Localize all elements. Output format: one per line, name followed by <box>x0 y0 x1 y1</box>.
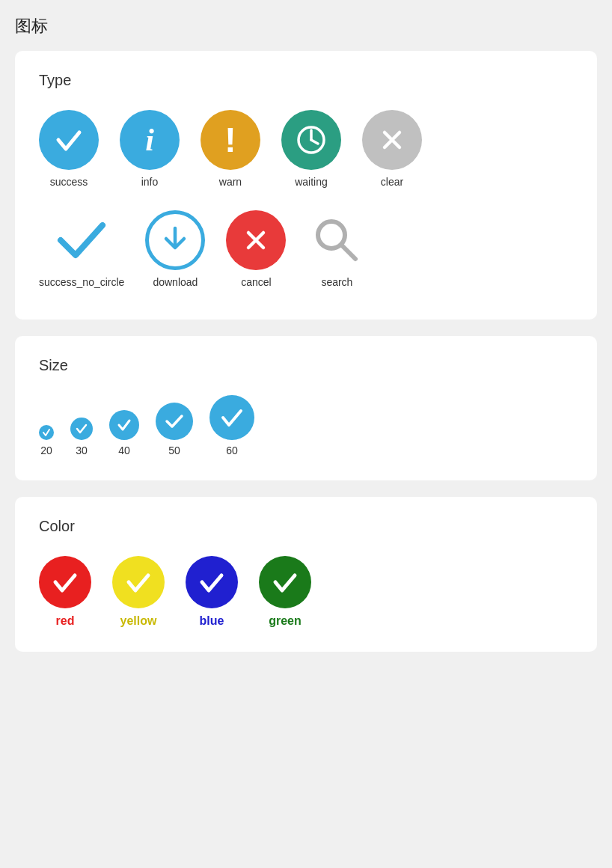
success-label: success <box>50 176 88 188</box>
size-item-60: 60 <box>209 395 254 456</box>
color-green-label: green <box>269 614 302 628</box>
size-40-icon <box>109 410 139 440</box>
size-section: Size 20 30 40 50 <box>15 336 597 480</box>
size-item-50: 50 <box>156 403 193 456</box>
icon-item-cancel: cancel <box>226 210 286 288</box>
size-30-icon <box>70 418 93 440</box>
icon-item-success: success <box>39 110 99 188</box>
clear-icon <box>362 110 422 170</box>
icon-item-clear: clear <box>362 110 422 188</box>
color-red-icon <box>39 556 91 608</box>
type-section-label: Type <box>39 72 573 89</box>
waiting-icon <box>281 110 341 170</box>
icon-item-success-no-circle: success_no_circle <box>39 210 124 288</box>
color-blue-label: blue <box>200 614 224 628</box>
color-item-yellow: yellow <box>112 556 165 628</box>
color-section-label: Color <box>39 518 573 535</box>
size-20-icon <box>39 425 54 440</box>
success-no-circle-label: success_no_circle <box>39 276 124 288</box>
search-icon <box>307 210 367 270</box>
page-title: 图标 <box>15 15 597 37</box>
warn-icon: ! <box>201 110 260 170</box>
type-icons-row1: success i info ! warn waitin <box>39 110 573 195</box>
download-label: download <box>153 276 198 288</box>
size-20-label: 20 <box>40 444 52 456</box>
icon-item-info: i info <box>120 110 180 188</box>
size-50-icon <box>156 403 193 440</box>
icon-item-download: download <box>145 210 205 288</box>
type-section: Type success i info ! warn <box>15 51 597 320</box>
warn-label: warn <box>219 176 242 188</box>
color-item-green: green <box>259 556 311 628</box>
download-icon <box>145 210 205 270</box>
type-icons-row2: success_no_circle download cancel <box>39 210 573 296</box>
clear-label: clear <box>381 176 403 188</box>
search-label: search <box>321 276 352 288</box>
color-yellow-label: yellow <box>120 614 157 628</box>
color-icons-row: red yellow blue green <box>39 556 573 628</box>
size-60-label: 60 <box>226 444 238 456</box>
svg-line-9 <box>342 245 355 259</box>
svg-line-2 <box>311 140 318 144</box>
color-blue-icon <box>186 556 238 608</box>
color-section: Color red yellow blue gree <box>15 497 597 652</box>
size-40-label: 40 <box>118 444 130 456</box>
color-item-blue: blue <box>186 556 238 628</box>
color-green-icon <box>259 556 311 608</box>
size-50-label: 50 <box>168 444 180 456</box>
icon-item-waiting: waiting <box>281 110 341 188</box>
success-no-circle-icon <box>52 210 111 270</box>
icon-item-search: search <box>307 210 367 288</box>
cancel-icon <box>226 210 286 270</box>
waiting-label: waiting <box>295 176 328 188</box>
size-item-20: 20 <box>39 425 54 456</box>
info-label: info <box>141 176 159 188</box>
size-30-label: 30 <box>76 444 88 456</box>
color-item-red: red <box>39 556 91 628</box>
info-icon: i <box>120 110 180 170</box>
icon-item-warn: ! warn <box>201 110 260 188</box>
cancel-label: cancel <box>241 276 271 288</box>
size-icons-row: 20 30 40 50 60 <box>39 395 573 456</box>
size-item-40: 40 <box>109 410 139 456</box>
size-section-label: Size <box>39 357 573 374</box>
success-icon <box>39 110 99 170</box>
color-red-label: red <box>56 614 75 628</box>
size-60-icon <box>209 395 254 440</box>
size-item-30: 30 <box>70 418 93 456</box>
color-yellow-icon <box>112 556 165 608</box>
